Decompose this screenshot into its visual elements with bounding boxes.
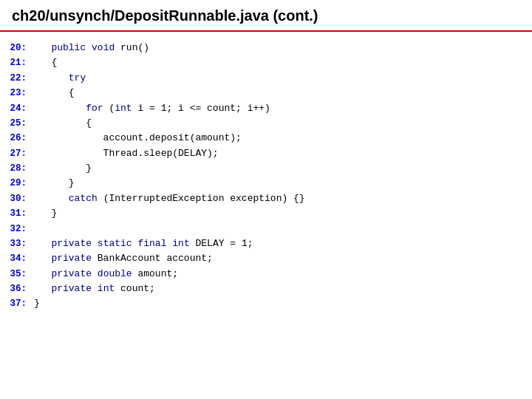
- code-line-25: 25: {: [7, 116, 532, 131]
- line-num-34: 34:: [7, 252, 34, 266]
- page-container: ch20/unsynch/DepositRunnable.java (cont.…: [0, 0, 532, 399]
- line-num-25: 25:: [7, 117, 34, 131]
- line-num-21: 21:: [7, 56, 34, 70]
- line-num-20: 20:: [7, 41, 34, 55]
- line-num-29: 29:: [7, 177, 34, 191]
- code-text-28: }: [34, 161, 92, 176]
- code-text-34: private BankAccount account;: [34, 251, 213, 266]
- code-text-36: private int count;: [34, 282, 155, 296]
- code-line-22: 22: try: [7, 71, 532, 86]
- code-area: 20: public void run() 21: { 22: try 23: …: [0, 32, 532, 312]
- code-line-27: 27: Thread.sleep(DELAY);: [7, 146, 532, 161]
- code-text-24: for (int i = 1; i <= count; i++): [34, 101, 270, 116]
- code-text-29: }: [34, 176, 75, 191]
- code-line-31: 31: }: [7, 206, 532, 221]
- line-num-27: 27:: [7, 147, 34, 161]
- line-num-36: 36:: [7, 282, 34, 296]
- line-num-26: 26:: [7, 132, 34, 146]
- code-line-37: 37: }: [7, 296, 532, 311]
- line-num-33: 33:: [7, 237, 34, 251]
- code-text-20: public void run(): [34, 41, 149, 55]
- code-line-28: 28: }: [7, 161, 532, 176]
- code-line-24: 24: for (int i = 1; i <= count; i++): [7, 101, 532, 116]
- page-title: ch20/unsynch/DepositRunnable.java (cont.…: [12, 7, 318, 24]
- code-text-33: private static final int DELAY = 1;: [34, 236, 253, 251]
- code-line-29: 29: }: [7, 176, 532, 191]
- line-num-22: 22:: [7, 72, 34, 86]
- code-text-23: {: [34, 86, 75, 100]
- code-line-26: 26: account.deposit(amount);: [7, 131, 532, 146]
- code-text-22: try: [34, 71, 86, 86]
- code-text-32: [34, 222, 40, 236]
- code-text-21: {: [34, 55, 57, 70]
- code-text-35: private double amount;: [34, 267, 178, 282]
- code-line-32: 32:: [7, 222, 532, 236]
- header: ch20/unsynch/DepositRunnable.java (cont.…: [0, 0, 532, 32]
- code-text-27: Thread.sleep(DELAY);: [34, 146, 219, 161]
- line-num-24: 24:: [7, 102, 34, 116]
- line-num-31: 31:: [7, 207, 34, 221]
- line-num-32: 32:: [7, 222, 34, 236]
- code-line-33: 33: private static final int DELAY = 1;: [7, 236, 532, 251]
- code-text-26: account.deposit(amount);: [34, 131, 242, 146]
- code-line-35: 35: private double amount;: [7, 267, 532, 282]
- code-line-21: 21: {: [7, 55, 532, 70]
- code-line-36: 36: private int count;: [7, 282, 532, 296]
- line-num-28: 28:: [7, 162, 34, 176]
- line-num-30: 30:: [7, 192, 34, 206]
- code-text-37: }: [34, 296, 40, 311]
- code-text-30: catch (InterruptedException exception) {…: [34, 191, 305, 206]
- code-text-31: }: [34, 206, 57, 221]
- code-line-20: 20: public void run(): [7, 41, 532, 55]
- code-line-34: 34: private BankAccount account;: [7, 251, 532, 266]
- code-line-23: 23: {: [7, 86, 532, 100]
- line-num-23: 23:: [7, 86, 34, 100]
- line-num-37: 37:: [7, 297, 34, 311]
- code-text-25: {: [34, 116, 92, 131]
- code-line-30: 30: catch (InterruptedException exceptio…: [7, 191, 532, 206]
- line-num-35: 35:: [7, 267, 34, 282]
